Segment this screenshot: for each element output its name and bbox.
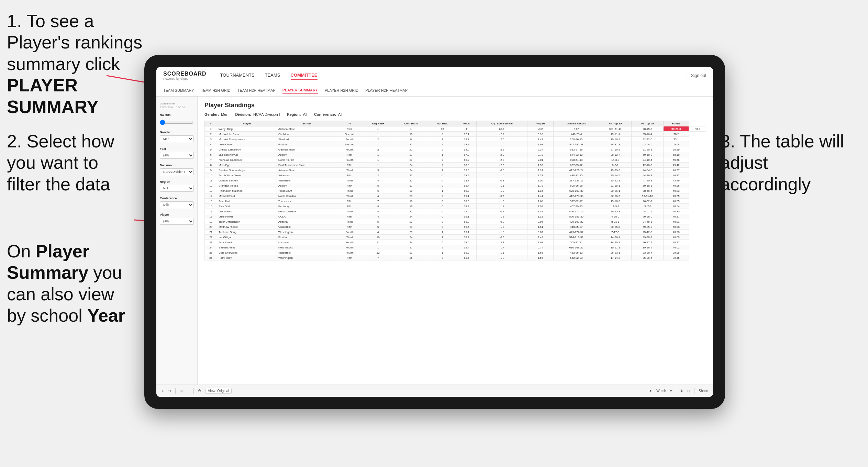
instruction-footer: On Player Summary you can also view by s… [7, 241, 134, 326]
year-section: Year (All) [160, 147, 194, 159]
gender-label: Gender [160, 131, 194, 134]
table-row: 9Preston SummerhaysArizona StateThird324… [205, 168, 706, 173]
table-row: 26Petr HrubyWashingtonFifth725068.6-1.81… [205, 255, 706, 260]
toolbar-watch-chevron[interactable]: ▾ [670, 389, 672, 393]
sub-nav-team-h2h-grid[interactable]: TEAM H2H GRID [201, 87, 231, 94]
tablet-device: SCOREBOARD Powered by clippd TOURNAMENTS… [144, 55, 725, 409]
year-select[interactable]: (All) [160, 152, 194, 159]
table-row: 2Michael Le SassoOle MissSecond118067.1-… [205, 132, 706, 137]
nav-tournaments[interactable]: TOURNAMENTS [220, 71, 255, 80]
player-label: Player [160, 213, 194, 216]
table-row: 17David FordNorth CarolinaThird421069.0-… [205, 209, 706, 214]
col-wins: Wins [457, 121, 476, 126]
col-reg-rank: Reg Rank [362, 121, 394, 126]
col-vs-top25: Vs Top 25 [599, 121, 631, 126]
table-header: # Player School Yr Reg Rank Conf Rank No… [205, 121, 706, 126]
instruction-step3: 3. The table will adjust accordingly [720, 131, 851, 195]
toolbar-clock-icon[interactable]: ⏱ [198, 389, 201, 393]
sub-nav: TEAM SUMMARY TEAM H2H GRID TEAM H2H HEAT… [156, 84, 713, 97]
table-row: 7Nicholas GabrielukNorth FloridaFourth12… [205, 157, 706, 163]
toolbar-undo-icon[interactable]: ↩ [162, 389, 164, 393]
table-row: 8Mats EgeEast Tennessee StateFifth124268… [205, 163, 706, 168]
table-row: 24Bastien AmatNew MexicoFourth127269.4-1… [205, 245, 706, 250]
nav-teams[interactable]: TEAMS [265, 71, 280, 80]
table-row: 1Wenyi DingArizona StateFirst1115167.1-3… [205, 126, 706, 132]
sub-nav-player-h2h-grid[interactable]: PLAYER H2H GRID [325, 87, 358, 94]
toolbar-paste-icon[interactable]: ⊟ [187, 389, 189, 393]
table-title: Player Standings [204, 102, 706, 109]
toolbar-sep2 [193, 388, 194, 394]
conference-select[interactable]: (All) [160, 201, 194, 208]
filter-conference: Conference: All [314, 112, 342, 116]
col-no-rds: No. Rds. [428, 121, 457, 126]
toolbar-download-icon[interactable]: ⬇ [680, 389, 683, 393]
toolbar-view-label[interactable]: View: Original [205, 388, 232, 394]
sub-nav-team-h2h-heatmap[interactable]: TEAM H2H HEATMAP [237, 87, 276, 94]
nav-bar: SCOREBOARD Powered by clippd TOURNAMENTS… [156, 67, 713, 84]
gender-section: Gender Men [160, 131, 194, 142]
step3-line1: 3. The table will [720, 131, 844, 151]
filters-row: Gender: Men Division: NCAA Division I Re… [204, 112, 706, 116]
table-row: 25Cole SherwoodVanderbiltFourth1223169.3… [205, 250, 706, 255]
player-standings-table: # Player School Yr Reg Rank Conf Rank No… [204, 121, 706, 260]
toolbar-redo-icon[interactable]: ↪ [168, 389, 171, 393]
table-row: 19Tiger ChristensenArizonaThird523269.2-… [205, 219, 706, 224]
no-rds-slider[interactable] [160, 120, 194, 125]
table-row: 20Matthew RiedelVanderbiltFifth523069.5-… [205, 224, 706, 230]
toolbar-copy-icon[interactable]: ⊞ [180, 389, 182, 393]
nav-pipe: | [687, 73, 688, 78]
col-overall-record: Overall Record [554, 121, 599, 126]
table-row: 5Christo LamprechtGeorgia TechFourth2212… [205, 147, 706, 152]
col-avg-sg: Avg SG [527, 121, 554, 126]
sub-nav-player-summary[interactable]: PLAYER SUMMARY [282, 87, 318, 94]
table-area: Player Standings Gender: Men Division: N… [198, 97, 713, 385]
gender-select[interactable]: Men [160, 135, 194, 142]
conference-label: Conference [160, 197, 194, 200]
nav-links: TOURNAMENTS TEAMS COMMITTEE [220, 71, 687, 80]
nav-right: | Sign out [687, 73, 706, 78]
logo-area: SCOREBOARD Powered by clippd [163, 71, 207, 80]
step2-text: 2. Select how you want to filter the dat… [7, 131, 114, 194]
step3-line2: adjust accordingly [720, 153, 811, 194]
logo-scoreboard: SCOREBOARD [163, 71, 207, 77]
col-vs-top50: Vs Top 50 [631, 121, 663, 126]
sign-out-link[interactable]: Sign out [691, 73, 706, 78]
nav-committee[interactable]: COMMITTEE [291, 71, 318, 80]
conference-section: Conference (All) [160, 197, 194, 208]
table-row: 12Brendan ValdesAuburnFifth537068.4-1.11… [205, 183, 706, 188]
toolbar-watch-label[interactable]: Watch [656, 389, 666, 393]
table-row: 11Gordon SargentVanderbiltThird421068.7-… [205, 178, 706, 183]
table-row: 10Jacob Skov OlesenArkansasFifth222068.4… [205, 173, 706, 178]
region-section: Region N/A [160, 180, 194, 192]
region-select[interactable]: N/A [160, 185, 194, 192]
toolbar-eye-icon: 👁 [649, 389, 652, 393]
table-row: 18Luke PowellUCLAFirst424069.1-1.81.1350… [205, 214, 706, 219]
table-row: 21Taehoon SongWashingtonFourth423169.1-1… [205, 230, 706, 235]
filter-division: Division: NCAA Division I [235, 112, 280, 116]
table-row: 14Maxwell FordNorth CarolinaThird423069.… [205, 193, 706, 199]
table-row: 16Alex GoffKentuckyFifth819068.3-1.71.92… [205, 204, 706, 209]
sub-nav-player-h2h-heatmap[interactable]: PLAYER H2H HEATMAP [365, 87, 408, 94]
division-label: Division [160, 164, 194, 167]
division-select[interactable]: NCAA Division I [160, 168, 194, 175]
col-yr: Yr [337, 121, 362, 126]
toolbar-filter-icon[interactable]: ⊟ [687, 389, 690, 393]
year-label: Year [160, 147, 194, 151]
region-label: Region [160, 180, 194, 184]
col-points: Points [664, 121, 689, 126]
sub-nav-team-summary[interactable]: TEAM SUMMARY [163, 87, 194, 94]
step1-line1: 1. To see a Player's rankings [7, 11, 142, 52]
player-select[interactable]: (All) [160, 218, 194, 225]
col-conf-rank: Conf Rank [394, 121, 428, 126]
toolbar-sep4 [694, 388, 694, 394]
table-row: 4Luke ClatonFloridaSecond127268.2-1.61.9… [205, 142, 706, 147]
no-rds-label: No Rds. [160, 113, 194, 117]
table-row: 22Ian GilliganFloridaThird1024168.7-0.81… [205, 235, 706, 240]
tablet-screen: SCOREBOARD Powered by clippd TOURNAMENTS… [156, 67, 713, 397]
toolbar-share-label[interactable]: Share [699, 389, 708, 393]
toolbar-sep3 [676, 388, 676, 394]
no-rds-section: No Rds. [160, 113, 194, 126]
col-player: Player [217, 121, 277, 126]
table-row: 23Jack LundinMissouriFourth1124068.6-2.3… [205, 240, 706, 245]
footer-bold2: Year [87, 305, 125, 325]
